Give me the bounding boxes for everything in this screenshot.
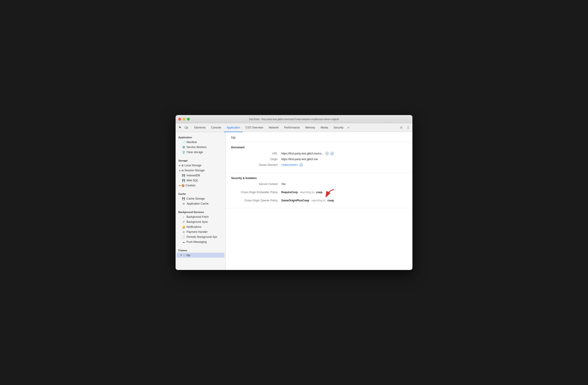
owner-element-icon[interactable]: [299, 163, 303, 167]
service-workers-icon: ⚙️: [182, 146, 185, 149]
close-button[interactable]: [178, 118, 181, 121]
traffic-lights: [178, 118, 190, 121]
tab-right-icons: [399, 125, 411, 130]
sidebar-item-payment-handler[interactable]: ⊟ Payment Handler: [176, 229, 225, 235]
clear-storage-icon: 🗑️: [182, 150, 185, 154]
secure-context-value: Yes: [281, 182, 286, 186]
periodic-bg-sync-icon: 🕐: [182, 235, 185, 238]
owner-element-value: <#document>: [281, 163, 303, 167]
svg-point-3: [408, 126, 409, 127]
sidebar-item-notifications[interactable]: 🔔 Notifications: [176, 224, 225, 229]
tab-security[interactable]: Security: [331, 124, 346, 132]
push-messaging-icon: ☁: [182, 241, 185, 244]
application-cache-icon: ⊞: [182, 202, 185, 205]
svg-point-9: [301, 165, 301, 165]
sidebar-item-periodic-bg-sync[interactable]: 🕐 Periodic Background Syn: [176, 235, 225, 239]
document-section: Document URL https://first-party-test.gl…: [226, 142, 412, 173]
sidebar-item-background-sync[interactable]: ↺ Background Sync: [176, 219, 225, 224]
tab-network[interactable]: Network: [266, 124, 281, 132]
sidebar-item-web-sql[interactable]: 💾 Web SQL: [176, 178, 225, 183]
sidebar-item-cookies[interactable]: ▶ 🍪 Cookies: [176, 183, 225, 188]
sidebar-section-bg-services: Background Services: [176, 209, 226, 214]
url-row: URL https://first-party-test.glitch.me/c…: [231, 152, 407, 155]
tab-performance[interactable]: Performance: [281, 124, 303, 132]
sidebar: Application 📄 Manifest ⚙️ Service Worker…: [176, 132, 226, 270]
sidebar-item-service-workers[interactable]: ⚙️ Service Workers: [176, 145, 225, 150]
sidebar-section-application: Application: [176, 134, 226, 140]
tab-application[interactable]: Application: [224, 124, 243, 132]
frame-top-label: top: [187, 254, 190, 257]
sidebar-item-session-storage[interactable]: ▶ ⊞ Session Storage: [176, 168, 225, 173]
minimize-button[interactable]: [183, 118, 185, 121]
coop-reporting-value: coop: [327, 199, 334, 202]
settings-icon[interactable]: [399, 125, 404, 130]
sidebar-item-local-storage[interactable]: ▶ ⊞ Local Storage: [176, 163, 225, 168]
expand-arrow-session-storage: ▶: [179, 170, 181, 171]
tab-left-icons: [177, 125, 189, 130]
tab-memory[interactable]: Memory: [303, 124, 318, 132]
cache-storage-icon: 💾: [182, 197, 185, 200]
url-refresh-icon[interactable]: [330, 152, 334, 155]
expand-arrow-local-storage: ▶: [179, 165, 181, 167]
sidebar-section-storage: Storage: [176, 157, 226, 163]
secure-context-label: Secure Context: [231, 182, 281, 186]
main-panel: top Document URL https://first-party-tes…: [226, 132, 412, 270]
coep-policy-value: RequireCorp: [281, 191, 298, 194]
owner-element-label: Owner Element: [231, 163, 281, 167]
owner-element-row: Owner Element <#document>: [231, 163, 407, 167]
secure-context-row: Secure Context Yes: [231, 182, 407, 186]
sidebar-item-cache-storage[interactable]: 💾 Cache Storage: [176, 196, 225, 201]
sidebar-item-push-messaging[interactable]: ☁ Push Messaging: [176, 239, 225, 244]
sidebar-item-application-cache[interactable]: ⊞ Application Cache: [176, 201, 225, 206]
tab-css-overview[interactable]: CSS Overview: [243, 124, 266, 132]
maximize-button[interactable]: [187, 118, 190, 121]
tab-elements[interactable]: Elements: [191, 124, 208, 132]
owner-element-link[interactable]: <#document>: [281, 163, 298, 167]
url-label: URL: [231, 152, 281, 155]
inspect-icon[interactable]: [177, 125, 182, 130]
coop-label: Cross-Origin Opener Policy: [231, 199, 281, 202]
panel-header: top: [226, 132, 412, 142]
title-bar: DevTools - first-party-test.glitch.me/co…: [176, 115, 412, 123]
tab-console[interactable]: Console: [208, 124, 224, 132]
device-toggle-icon[interactable]: [184, 125, 189, 130]
session-storage-icon: ⊞: [182, 169, 184, 172]
coop-value: SameOriginPlusCoep reporting to: coop: [281, 199, 334, 202]
coop-row: Cross-Origin Opener Policy SameOriginPlu…: [231, 199, 407, 202]
origin-row: Origin https://first-party-test.glitch.m…: [231, 158, 407, 161]
tab-media[interactable]: Media: [318, 124, 331, 132]
expand-arrow-cookies: ▶: [179, 185, 181, 187]
origin-label: Origin: [231, 158, 281, 161]
svg-point-4: [408, 127, 409, 128]
sidebar-item-background-fetch[interactable]: ↕ Background Fetch: [176, 214, 225, 219]
sidebar-item-indexeddb[interactable]: 💾 IndexedDB: [176, 173, 225, 178]
frame-expand-icon: ▼: [180, 254, 182, 256]
red-arrow: [325, 189, 335, 197]
cookies-icon: 🍪: [182, 184, 185, 187]
sidebar-section-frames: Frames: [176, 247, 226, 253]
coep-label: Cross-Origin Embedder Policy: [231, 191, 281, 194]
web-sql-icon: 💾: [182, 179, 185, 182]
devtools-window: DevTools - first-party-test.glitch.me/co…: [176, 115, 412, 270]
main-content: Application 📄 Manifest ⚙️ Service Worker…: [176, 132, 412, 270]
indexeddb-icon: 💾: [182, 174, 185, 177]
svg-point-5: [408, 128, 409, 129]
sidebar-item-top-frame[interactable]: ▼ □ top: [176, 253, 225, 258]
panel-top-label: top: [231, 136, 235, 139]
security-section-title: Security & Isolation: [231, 176, 407, 180]
sidebar-section-cache: Cache: [176, 191, 226, 196]
tab-bar: Elements Console Application CSS Overvie…: [176, 123, 412, 132]
window-title: DevTools - first-party-test.glitch.me/co…: [249, 118, 339, 121]
sidebar-item-clear-storage[interactable]: 🗑️ Clear storage: [176, 150, 225, 155]
url-open-icon[interactable]: [325, 152, 329, 155]
frame-folder-icon: □: [184, 254, 185, 257]
url-value: https://first-party-test.glitch.me/co...: [281, 152, 334, 155]
coep-row: Cross-Origin Embedder Policy RequireCorp…: [231, 188, 407, 197]
sidebar-item-manifest[interactable]: 📄 Manifest: [176, 140, 225, 145]
more-tabs-button[interactable]: »: [346, 126, 351, 129]
payment-handler-icon: ⊟: [182, 231, 185, 234]
origin-value: https://first-party-test.glitch.me: [281, 158, 318, 161]
security-section: Security & Isolation Secure Context Yes …: [226, 173, 412, 208]
background-sync-icon: ↺: [182, 220, 185, 223]
more-options-icon[interactable]: [406, 125, 411, 130]
